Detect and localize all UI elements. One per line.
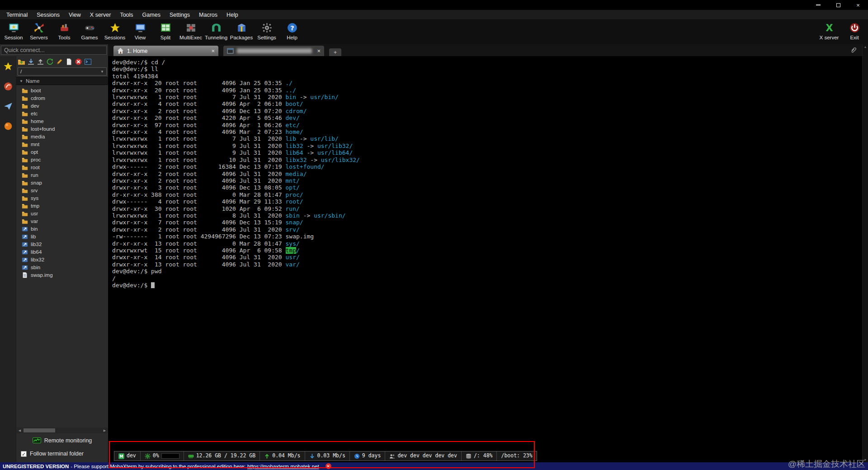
close-button[interactable]: × — [848, 0, 868, 10]
toolbar-label: Sessions — [104, 35, 126, 40]
menu-item-macros[interactable]: Macros — [194, 10, 222, 19]
terminal-line: dr-xr-xr-x 388 root root 0 Mar 28 01:47 … — [112, 191, 859, 198]
menu-item-games[interactable]: Games — [138, 10, 165, 19]
tree-item-root[interactable]: root — [16, 163, 108, 171]
terminal-line: dev@dev:/$ — [112, 282, 859, 289]
scroll-left-icon[interactable]: ◀ — [17, 429, 23, 432]
follow-terminal-folder-checkbox[interactable]: ✓ — [21, 451, 27, 457]
unregistered-label: UNREGISTERED VERSION — [3, 464, 69, 469]
menu-item-view[interactable]: View — [64, 10, 85, 19]
tab-2[interactable]: × — [223, 46, 324, 56]
link-icon — [22, 241, 28, 247]
terminal-line: drwxr-xr-x 3 root root 4096 Dec 13 08:05… — [112, 184, 859, 191]
mobatek-link[interactable]: https://mobaxterm.mobatek.net — [247, 464, 319, 469]
maximize-icon — [836, 3, 840, 7]
tree-item-usr[interactable]: usr — [16, 209, 108, 217]
menu-item-tools[interactable]: Tools — [115, 10, 137, 19]
tree-item-opt[interactable]: opt — [16, 148, 108, 156]
toolbar-servers-button[interactable]: Servers — [26, 20, 52, 44]
tree-item-cdrom[interactable]: cdrom — [16, 94, 108, 102]
tree-item-run[interactable]: run — [16, 171, 108, 179]
tree-item-lib32[interactable]: lib32 — [16, 240, 108, 248]
sidebar-strip-sftp-icon[interactable] — [3, 81, 13, 91]
tree-column-header[interactable]: ▼ Name — [16, 77, 108, 85]
ft-refresh-icon[interactable] — [46, 58, 54, 66]
ft-console-icon[interactable] — [84, 58, 92, 66]
menu-item-x-server[interactable]: X server — [85, 10, 116, 19]
scroll-right-icon[interactable]: ▶ — [102, 429, 108, 432]
scroll-up-icon[interactable]: ▲ — [864, 45, 867, 48]
tab-close-icon[interactable]: × — [211, 47, 215, 54]
toolbar-view-button[interactable]: View — [127, 20, 153, 44]
toolbar-games-button[interactable]: Games — [77, 20, 102, 44]
sidebar-strip-star-icon[interactable] — [3, 62, 13, 71]
ft-upload-icon[interactable] — [37, 58, 44, 66]
folder-icon — [22, 149, 28, 155]
tree-item-lib[interactable]: lib — [16, 233, 108, 240]
tab-1[interactable]: 1. Home× — [113, 46, 218, 56]
tree-item-label: cdrom — [31, 95, 45, 101]
quick-connect-input[interactable]: Quick connect... — [1, 46, 107, 55]
ft-stop-icon[interactable] — [75, 58, 82, 66]
tree-item-bin[interactable]: bin — [16, 225, 108, 233]
tree-item-swap.img[interactable]: swap.img — [16, 271, 108, 279]
menu-item-help[interactable]: Help — [222, 10, 243, 19]
toolbar-x-server-button[interactable]: XX server — [816, 20, 842, 44]
sessions-icon — [109, 22, 121, 33]
tree-item-tmp[interactable]: tmp — [16, 202, 108, 209]
terminal[interactable]: dev@dev:/$ cd /dev@dev:/$ lltotal 419438… — [108, 56, 868, 462]
terminal-line: drwxr-xr-x 2 root root 4096 Dec 13 07:20… — [112, 108, 859, 114]
tree-item-lost+found[interactable]: lost+found — [16, 125, 108, 133]
toolbar-multiexec-button[interactable]: MultiExec — [178, 20, 203, 44]
scrollbar-thumb[interactable] — [24, 428, 55, 432]
tree-item-libx32[interactable]: libx32 — [16, 256, 108, 263]
tree-item-dev[interactable]: dev — [16, 102, 108, 109]
toolbar-session-button[interactable]: Session — [1, 20, 26, 44]
toolbar-packages-button[interactable]: Packages — [229, 20, 254, 44]
tree-item-lib64[interactable]: lib64 — [16, 248, 108, 256]
tree-item-sbin[interactable]: sbin — [16, 263, 108, 271]
tree-item-snap[interactable]: snap — [16, 179, 108, 186]
toolbar-sessions-button[interactable]: Sessions — [102, 20, 127, 44]
menu-item-sessions[interactable]: Sessions — [32, 10, 64, 19]
disk-icon — [466, 453, 472, 459]
toolbar-split-button[interactable]: Split — [153, 20, 178, 44]
ft-folder-upload-icon[interactable] — [18, 58, 25, 66]
tree-item-label: sys — [31, 195, 38, 201]
tools-icon — [59, 22, 70, 33]
tree-item-var[interactable]: var — [16, 217, 108, 225]
sidebar-strip-ball-icon[interactable] — [3, 121, 13, 131]
toolbar-settings-button[interactable]: Settings — [254, 20, 279, 44]
minimize-button[interactable] — [808, 0, 828, 10]
banner-close-button[interactable]: ✕ — [326, 463, 331, 469]
menu-item-settings[interactable]: Settings — [165, 10, 194, 19]
toolbar-help-button[interactable]: ?Help — [279, 20, 305, 44]
menu-item-terminal[interactable]: Terminal — [2, 10, 32, 19]
terminal-scrollbar[interactable]: ▲ ▼ — [862, 44, 868, 462]
new-tab-button[interactable]: + — [329, 48, 341, 56]
mobaxterm-window: × TerminalSessionsViewX serverToolsGames… — [0, 0, 868, 470]
tree-item-boot[interactable]: boot — [16, 86, 108, 94]
tree-item-etc[interactable]: etc — [16, 109, 108, 117]
toolbar-exit-button[interactable]: Exit — [842, 20, 867, 44]
toolbar-tools-button[interactable]: Tools — [52, 20, 77, 44]
tree-item-mnt[interactable]: mnt — [16, 140, 108, 148]
path-combobox[interactable]: / ▼ — [18, 67, 107, 76]
tree-item-proc[interactable]: proc — [16, 156, 108, 163]
tree-item-sys[interactable]: sys — [16, 194, 108, 202]
tab-close-icon[interactable]: × — [317, 47, 321, 54]
paperclip-icon[interactable] — [850, 47, 857, 54]
sidebar-strip-macros-icon[interactable] — [3, 101, 13, 111]
tree-item-media[interactable]: media — [16, 133, 108, 140]
remote-monitoring-button[interactable]: Remote monitoring — [16, 435, 108, 446]
sidebar-horizontal-scrollbar[interactable]: ◀ ▶ — [17, 427, 108, 433]
maximize-button[interactable] — [828, 0, 848, 10]
tree-item-home[interactable]: home — [16, 117, 108, 125]
help-icon: ? — [287, 22, 298, 33]
ft-download-icon[interactable] — [27, 58, 35, 66]
ft-edit-icon[interactable] — [56, 58, 63, 66]
tab-label: 1. Home — [127, 48, 208, 54]
ft-new-icon[interactable] — [65, 58, 73, 66]
toolbar-tunneling-button[interactable]: Tunneling — [203, 20, 229, 44]
tree-item-srv[interactable]: srv — [16, 186, 108, 194]
